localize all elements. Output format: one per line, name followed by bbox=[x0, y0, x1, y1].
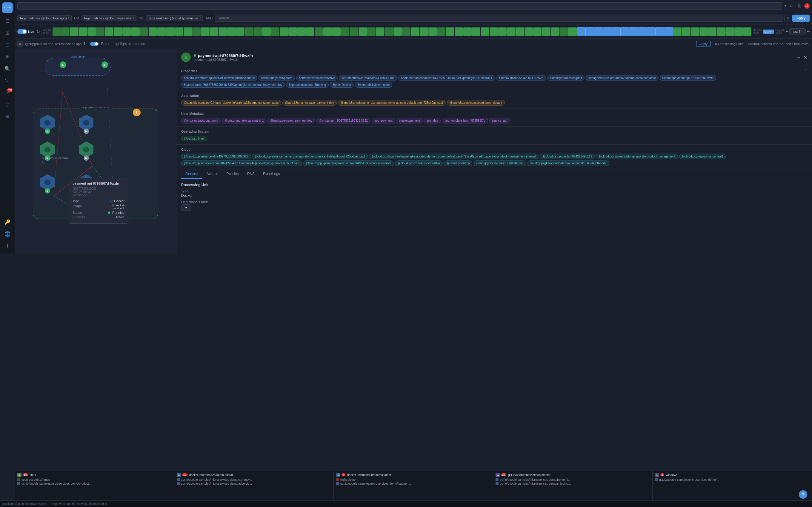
detail-header: ● payment-api-879589f7d-5wzfn payment-ap… bbox=[176, 49, 406, 66]
map-icon: ⬡ bbox=[5, 102, 9, 107]
cloud-tag-serviceaccount: @cloud:gcp:serviceaccount=874226495119-c… bbox=[181, 161, 302, 166]
hex-node-1[interactable]: ▶ bbox=[40, 115, 55, 131]
tab-policies[interactable]: Policies bbox=[222, 169, 243, 179]
sidebar-item-list[interactable]: ≡ bbox=[2, 51, 13, 62]
sidebar-item-info[interactable]: ℹ bbox=[2, 240, 13, 251]
detail-panel: ● payment-api-879589f7d-5wzfn payment-ap… bbox=[176, 49, 406, 253]
filter-op-and: AND bbox=[204, 16, 214, 20]
hex-node-5[interactable]: ▶ bbox=[40, 174, 55, 190]
sidebar-item-settings[interactable]: ⚙ bbox=[2, 111, 13, 122]
os-section-title: Operating System bbox=[181, 130, 406, 133]
os-tag-host: @os:host=linux bbox=[181, 136, 207, 142]
toggle-knob bbox=[23, 30, 26, 34]
sidebar-item-globe[interactable]: 🌐 bbox=[2, 228, 13, 239]
sidebar-item-network[interactable]: ⬡ bbox=[2, 39, 13, 50]
tab-access[interactable]: Access bbox=[202, 169, 222, 179]
tooltip-subtitle: /8067775361903163392/pmm/payment-dev bbox=[72, 187, 124, 197]
application-section: Application @app:k8s:container0:image=do… bbox=[176, 91, 406, 109]
svg-text:CLOUD: CLOUD bbox=[4, 7, 11, 8]
hex-play-4[interactable]: ▶ bbox=[84, 155, 89, 161]
app-tag-nodename: @app:k8s:nodename=gke-aporeto-demo-us-ce… bbox=[338, 100, 406, 106]
nav-bar: ▾ ↩ ⎘ 11 bbox=[15, 0, 406, 12]
namespace-info-btn[interactable]: ℹ bbox=[84, 42, 85, 46]
um-tag-app: app=payment bbox=[372, 118, 395, 123]
filter1-close[interactable]: × bbox=[68, 16, 69, 20]
filter3-close[interactable]: × bbox=[199, 16, 201, 20]
sidebar-item-menu[interactable]: ☰ bbox=[2, 15, 13, 26]
live-toggle-switch[interactable] bbox=[17, 29, 27, 34]
general-tab-content: Processing Unit Type Docker Operational … bbox=[176, 179, 406, 217]
sidebar-item-search[interactable]: 🔍 bbox=[2, 63, 13, 74]
tab-general[interactable]: General bbox=[181, 169, 202, 179]
cloud-section-title: Cloud bbox=[181, 148, 406, 151]
network-icon: ⬡ bbox=[5, 42, 9, 48]
hex-node-2[interactable]: ▶ bbox=[79, 115, 93, 131]
hex-play-1[interactable]: ▶ bbox=[45, 128, 50, 134]
entity-icon: ● bbox=[181, 53, 191, 62]
cloud-group-label: cloud group bbox=[69, 55, 86, 58]
filter-tag-1: Tags matches @cloud:type=gcp × bbox=[17, 15, 72, 21]
dropdown-chevron: ▼ bbox=[185, 206, 188, 209]
globe-icon: 🌐 bbox=[4, 231, 10, 237]
opstatus-dropdown[interactable]: ▼ bbox=[181, 204, 191, 211]
warning-icon: ! bbox=[133, 109, 141, 116]
namespace-text: @org:group as app, workspace as app bbox=[25, 42, 82, 46]
prop-tag-enforcement: $enforcementstatus=Active bbox=[296, 75, 338, 81]
hex-play-5[interactable]: ▶ bbox=[45, 188, 50, 193]
main-area: ▾ ↩ ⎘ 11 Tags matches @cloud:type=gcp × … bbox=[15, 0, 406, 253]
tooltip-type-row: Type ⬡ Docker bbox=[72, 199, 124, 203]
sidebar-item-keys[interactable]: 🔑 bbox=[2, 217, 13, 227]
cloud-tag-instance-name: @cloud:gcp:instance-name=gke-aporeto-dem… bbox=[252, 154, 368, 159]
prop-tag-datapath: $datapathtype=Aporeto bbox=[258, 75, 295, 81]
type-row: Type Docker bbox=[181, 189, 406, 198]
filter1-value: @cloud:type=gcp bbox=[41, 16, 66, 20]
filter-bar: Tags matches @cloud:type=gcp × OR Tags m… bbox=[15, 12, 406, 24]
app-tag-container-image: @app:k8s:container0:image=docker.io/brah… bbox=[181, 100, 281, 106]
type-value: Docker bbox=[181, 193, 406, 198]
tooltip-enforcer-row: Enforcer Active bbox=[72, 215, 124, 219]
application-tags: @app:k8s:container0:image=docker.io/brah… bbox=[181, 100, 406, 106]
app-logo[interactable]: CLOUD bbox=[2, 2, 13, 13]
sidebar-item-dashboard[interactable]: ⊞ bbox=[2, 27, 13, 38]
path-input[interactable] bbox=[17, 2, 406, 9]
processing-unit-title: Processing Unit bbox=[181, 183, 406, 187]
os-section: Operating System @os:host=linux bbox=[176, 127, 406, 145]
user-metadata-section-title: User Metadata bbox=[181, 112, 406, 115]
properties-tags: $controller=https://api.east-01.network.… bbox=[181, 75, 406, 88]
filter-search-input[interactable] bbox=[215, 15, 406, 22]
tooltip-image-row: Image docker.io/bcontainer:l bbox=[72, 204, 124, 210]
hex-play-2[interactable]: ▶ bbox=[84, 128, 89, 134]
tooltip-status-value: Running bbox=[108, 211, 124, 214]
timeline-blocks[interactable] bbox=[53, 27, 406, 36]
timeline-refresh-btn[interactable]: ↻ bbox=[35, 28, 41, 35]
play-btn-1[interactable]: ▶ bbox=[60, 61, 66, 68]
hex-node-3[interactable]: ▶ bbox=[40, 142, 55, 158]
map-panel[interactable]: cloud group ▶ ▶ app (gke-us-central-1) ▶ bbox=[15, 49, 176, 253]
highlight-toggle[interactable] bbox=[90, 42, 99, 46]
tab-eventlogs[interactable]: EventLogs bbox=[259, 169, 284, 179]
tooltip-image-label: Image bbox=[72, 204, 82, 210]
tooltip-enforcer-label: Enforcer bbox=[72, 215, 85, 219]
prop-tag-opstatus: $operationalstatus=Running bbox=[286, 82, 329, 88]
um-tag-cloudaccount: @org:cloudaccount=pmm bbox=[181, 118, 220, 123]
play-btn-2[interactable]: ▶ bbox=[101, 61, 108, 68]
tooltip-title: payment-api-879589f7d-5wzfn bbox=[72, 182, 124, 185]
filter2-close[interactable]: × bbox=[133, 16, 134, 20]
filter-op-1: OR bbox=[73, 16, 80, 20]
live-label: Live bbox=[28, 30, 34, 34]
cloud-tag-vpcname: @cloud:gcp:vpcname=projects/874226495119… bbox=[303, 161, 394, 166]
hex-node-4[interactable]: ▶ bbox=[79, 142, 93, 158]
tooltip-status-label: Status bbox=[72, 211, 82, 214]
sidebar-item-security[interactable]: 🛡 bbox=[2, 75, 13, 86]
sidebar-item-alerts[interactable]: ⚠ 8772 bbox=[2, 87, 13, 98]
prop-tag-vuln: $vulnerabilitylevel=none bbox=[355, 82, 392, 88]
filter2-label2: matches bbox=[92, 16, 104, 20]
tooltip-status-row: Status Running bbox=[72, 211, 124, 214]
highlight-input[interactable] bbox=[101, 42, 406, 46]
tab-dns[interactable]: DNS bbox=[243, 169, 259, 179]
sidebar-item-map[interactable]: ⬡ bbox=[2, 99, 13, 110]
sidebar: CLOUD ☰ ⊞ ⬡ ≡ 🔍 🛡 ⚠ 8772 ⬡ ⚙ 🔑 🌐 ℹ bbox=[0, 0, 15, 253]
prop-tag-controller: $controller=https://api.east-01.network.… bbox=[181, 75, 257, 81]
filter3-label1: Tags bbox=[148, 16, 155, 20]
tooltip-type-value: ⬡ Docker bbox=[110, 199, 124, 203]
